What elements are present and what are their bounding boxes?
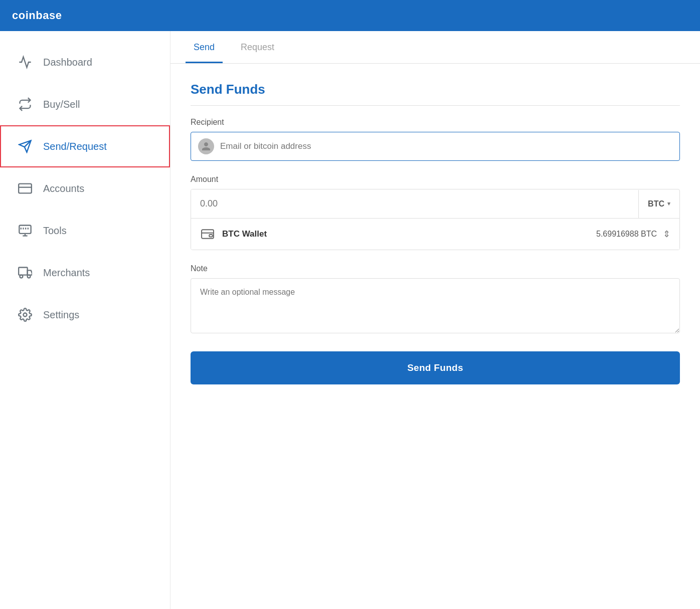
sidebar-item-label: Dashboard [43, 57, 92, 68]
section-title: Send Funds [191, 82, 680, 106]
wallet-selector-arrows[interactable]: ⇕ [663, 229, 670, 240]
sidebar-item-accounts[interactable]: Accounts [0, 167, 170, 210]
wallet-icon [200, 227, 215, 242]
sidebar-item-send-request[interactable]: Send/Request [0, 125, 170, 167]
note-section: Note [191, 264, 680, 335]
sidebar-item-label: Send/Request [43, 141, 107, 152]
amount-row: BTC ▾ [191, 189, 679, 219]
merchants-icon [16, 264, 34, 282]
amount-section: Amount BTC ▾ [191, 175, 680, 250]
tab-send[interactable]: Send [186, 31, 223, 63]
recipient-input-wrapper[interactable] [191, 132, 680, 161]
send-section: Send Funds Recipient Amou [170, 64, 700, 402]
sidebar-item-label: Merchants [43, 267, 90, 279]
currency-selector[interactable]: BTC ▾ [638, 190, 679, 218]
main-layout: Dashboard Buy/Sell [0, 31, 700, 609]
amount-label: Amount [191, 175, 680, 184]
svg-point-13 [28, 275, 31, 278]
send-funds-button[interactable]: Send Funds [191, 351, 680, 384]
settings-icon [16, 306, 34, 324]
svg-rect-4 [19, 226, 31, 234]
recipient-section: Recipient [191, 118, 680, 161]
sidebar-item-merchants[interactable]: Merchants [0, 252, 170, 294]
amount-input[interactable] [191, 189, 638, 218]
sidebar-item-label: Tools [43, 225, 67, 237]
accounts-icon [16, 179, 34, 197]
sidebar-item-label: Accounts [43, 183, 84, 194]
wallet-name: BTC Wallet [222, 229, 596, 239]
logo: coinbase [12, 9, 62, 22]
note-label: Note [191, 264, 680, 273]
recipient-label: Recipient [191, 118, 680, 127]
amount-box: BTC ▾ BT [191, 189, 680, 250]
chevron-down-icon: ▾ [667, 200, 670, 207]
svg-point-12 [20, 275, 23, 278]
wallet-row: BTC Wallet 5.69916988 BTC ⇕ [191, 219, 679, 250]
sidebar-item-buy-sell[interactable]: Buy/Sell [0, 83, 170, 125]
app-header: coinbase [0, 0, 700, 31]
buy-sell-icon [16, 95, 34, 113]
tabs-bar: Send Request [170, 31, 700, 64]
currency-label: BTC [648, 199, 664, 209]
sidebar-item-settings[interactable]: Settings [0, 294, 170, 336]
content-area: Send Request Send Funds Recipient [170, 31, 700, 609]
sidebar-item-label: Buy/Sell [43, 99, 80, 110]
svg-rect-11 [19, 268, 27, 275]
sidebar-item-dashboard[interactable]: Dashboard [0, 41, 170, 83]
user-avatar-icon [198, 138, 214, 154]
sidebar-item-label: Settings [43, 309, 79, 321]
recipient-input[interactable] [220, 141, 672, 151]
sidebar-item-tools[interactable]: Tools [0, 210, 170, 252]
tab-request[interactable]: Request [233, 31, 282, 63]
dashboard-icon [16, 53, 34, 71]
svg-rect-17 [209, 235, 213, 237]
svg-point-14 [24, 313, 27, 317]
tools-icon [16, 222, 34, 240]
send-icon [16, 137, 34, 155]
sidebar: Dashboard Buy/Sell [0, 31, 170, 609]
note-textarea[interactable] [191, 278, 680, 333]
wallet-balance: 5.69916988 BTC [596, 230, 657, 239]
svg-rect-2 [19, 184, 32, 193]
